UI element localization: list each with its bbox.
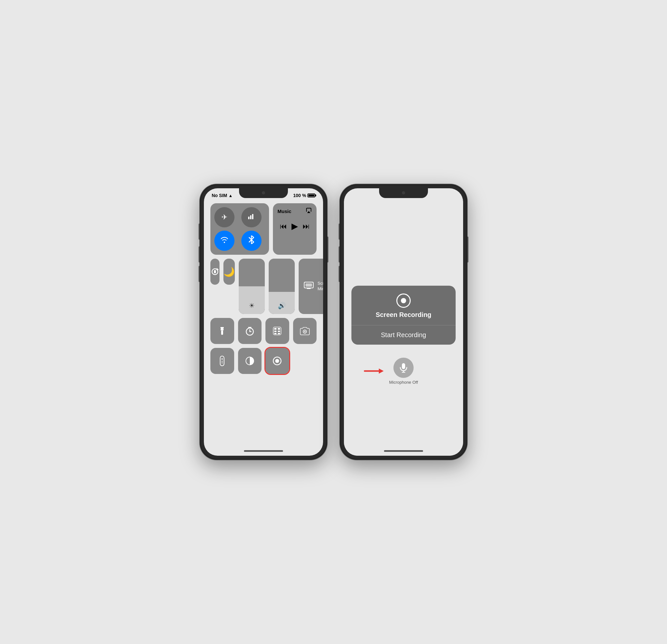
sliders-group: ☀ 🔊 xyxy=(239,259,295,314)
home-indicator-1 xyxy=(244,450,283,452)
volume-icon: 🔊 xyxy=(278,302,286,309)
svg-rect-0 xyxy=(248,216,249,219)
mic-off-text: Microphone Off xyxy=(389,380,418,385)
screen-mirroring-button[interactable]: ScreenMirroring xyxy=(299,259,323,314)
music-panel: Music ⏮ ▶ ⏭ xyxy=(273,203,316,255)
rotation-lock-button[interactable] xyxy=(210,259,219,285)
microphone-label: Microphone Off xyxy=(389,380,418,385)
sr-popup-header: Screen Recording xyxy=(352,286,456,325)
cellular-icon xyxy=(248,213,255,222)
carrier-label: No SIM xyxy=(212,193,227,198)
home-indicator-2 xyxy=(384,450,423,452)
notch-1 xyxy=(239,188,288,198)
microphone-button[interactable] xyxy=(393,358,413,378)
svg-point-27 xyxy=(275,359,279,363)
screen-mirroring-icon xyxy=(304,282,314,291)
forward-button[interactable]: ⏭ xyxy=(303,222,310,231)
music-controls: ⏮ ▶ ⏭ xyxy=(277,221,312,231)
screen-recording-popup: Screen Recording Start Recording xyxy=(352,286,456,345)
svg-rect-16 xyxy=(278,331,280,332)
brightness-fill xyxy=(239,286,265,314)
record-circle-icon xyxy=(396,293,411,308)
svg-rect-15 xyxy=(274,331,277,332)
cc-top-row: ✈ xyxy=(210,203,316,255)
scene: No SIM ▲ 100 % ✈ xyxy=(187,171,480,473)
svg-rect-7 xyxy=(306,284,312,287)
front-camera-2 xyxy=(402,191,405,194)
screen-mirroring-label: ScreenMirroring xyxy=(318,281,323,292)
svg-rect-10 xyxy=(221,327,224,328)
cellular-button[interactable] xyxy=(241,207,261,227)
camera-button[interactable] xyxy=(293,318,317,344)
screen-recording-title: Screen Recording xyxy=(375,311,431,319)
battery-fill xyxy=(308,194,314,196)
timer-button[interactable] xyxy=(238,318,262,344)
screen-recording-screen: Screen Recording Start Recording xyxy=(344,201,463,456)
remote-button[interactable] xyxy=(210,348,234,374)
phone-2: Screen Recording Start Recording xyxy=(340,184,467,460)
cc-second-row: 🌙 ☀ 🔊 xyxy=(210,259,316,314)
svg-rect-14 xyxy=(278,328,280,329)
phone-1-screen: No SIM ▲ 100 % ✈ xyxy=(204,188,323,456)
record-dot xyxy=(401,298,406,303)
front-camera-1 xyxy=(262,191,265,194)
bluetooth-icon xyxy=(248,236,254,246)
brightness-slider[interactable]: ☀ xyxy=(239,259,265,314)
status-left-1: No SIM ▲ xyxy=(212,193,232,198)
calculator-button[interactable] xyxy=(265,318,289,344)
svg-rect-5 xyxy=(214,270,216,273)
flashlight-button[interactable] xyxy=(210,318,234,344)
screen-record-button[interactable] xyxy=(265,348,289,374)
wifi-icon xyxy=(221,237,228,245)
battery-label: 100 % xyxy=(293,193,306,198)
svg-rect-24 xyxy=(222,363,223,363)
svg-point-20 xyxy=(304,331,306,332)
red-arrow-indicator xyxy=(363,366,386,376)
tools-row-2 xyxy=(210,348,316,374)
svg-rect-17 xyxy=(274,333,277,334)
moon-icon: 🌙 xyxy=(224,267,235,277)
svg-point-22 xyxy=(222,358,223,360)
svg-rect-2 xyxy=(252,214,254,219)
brightness-icon: ☀ xyxy=(249,302,255,309)
music-header: Music xyxy=(277,207,312,215)
notch-2 xyxy=(379,188,428,198)
mic-area: Microphone Off xyxy=(389,358,418,385)
svg-rect-1 xyxy=(250,215,251,219)
contrast-button[interactable] xyxy=(238,348,262,374)
volume-slider[interactable]: 🔊 xyxy=(269,259,295,314)
airplay-button[interactable] xyxy=(306,207,312,215)
phone-1: No SIM ▲ 100 % ✈ xyxy=(200,184,327,460)
battery-icon xyxy=(307,193,315,197)
svg-rect-23 xyxy=(222,361,223,361)
svg-rect-18 xyxy=(278,333,280,334)
svg-rect-8 xyxy=(221,330,223,335)
phone-2-screen: Screen Recording Start Recording xyxy=(344,188,463,456)
status-right-1: 100 % xyxy=(293,193,315,198)
wifi-button[interactable] xyxy=(214,231,234,251)
tools-row-1 xyxy=(210,318,316,344)
svg-rect-13 xyxy=(274,328,277,329)
do-not-disturb-button[interactable]: 🌙 xyxy=(224,259,235,285)
start-recording-button[interactable]: Start Recording xyxy=(352,325,456,345)
control-center: ✈ xyxy=(204,201,323,381)
wifi-status-icon: ▲ xyxy=(228,193,232,198)
connectivity-panel: ✈ xyxy=(210,203,269,255)
airplane-mode-button[interactable]: ✈ xyxy=(214,207,234,227)
svg-rect-28 xyxy=(402,363,405,369)
music-title: Music xyxy=(277,208,292,214)
rewind-button[interactable]: ⏮ xyxy=(280,222,287,231)
bluetooth-button[interactable] xyxy=(241,231,261,251)
airplane-icon: ✈ xyxy=(222,213,227,222)
play-button[interactable]: ▶ xyxy=(292,221,298,231)
